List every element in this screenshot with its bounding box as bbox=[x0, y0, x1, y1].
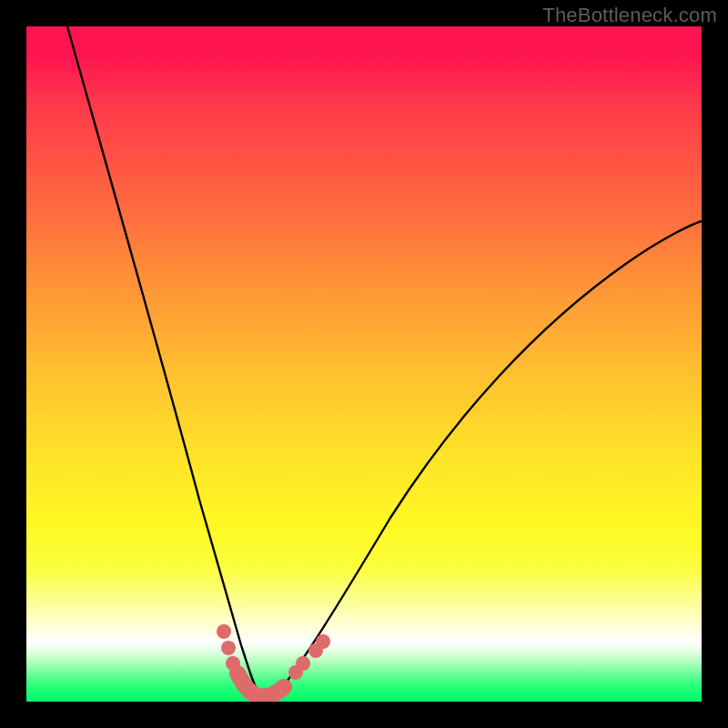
curve-layer bbox=[26, 26, 702, 702]
plot-area bbox=[26, 26, 702, 702]
bead bbox=[221, 641, 236, 655]
bead bbox=[217, 624, 231, 639]
right-beads-group bbox=[288, 634, 330, 680]
outer-frame: TheBottleneck.com bbox=[0, 0, 728, 728]
right-branch-curve bbox=[274, 221, 702, 698]
left-branch-curve bbox=[67, 26, 261, 698]
watermark-text: TheBottleneck.com bbox=[542, 4, 717, 27]
bead bbox=[226, 656, 240, 671]
optimal-sausage bbox=[238, 673, 284, 697]
bead bbox=[296, 656, 310, 671]
bead bbox=[316, 634, 330, 649]
